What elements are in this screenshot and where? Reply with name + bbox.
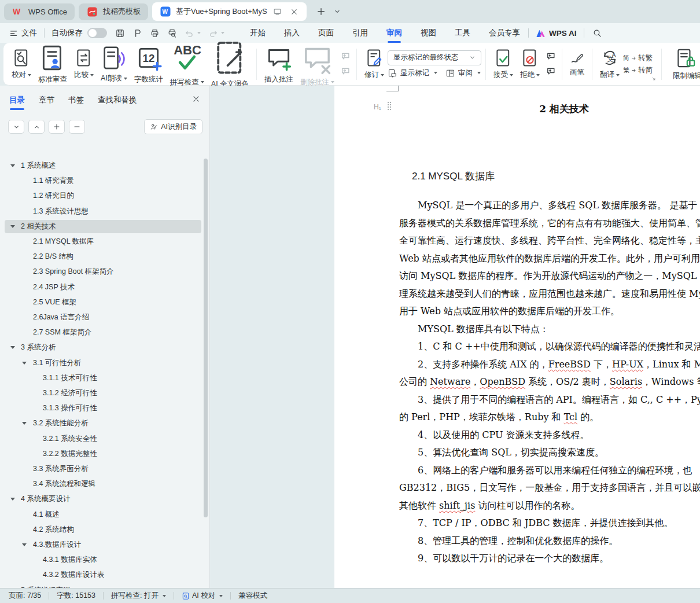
proofread-button[interactable]: 校对 — [8, 46, 35, 82]
ai-polish-button[interactable]: AI 全文润色 — [208, 37, 252, 90]
toc-item[interactable]: 4.1 概述 — [5, 508, 201, 521]
sidebar-close-icon[interactable] — [192, 95, 200, 103]
accept-button[interactable]: 接受 — [490, 46, 517, 82]
search-icon[interactable] — [592, 28, 602, 38]
document-line[interactable]: 6、网络上的客户端和服务器可以用来编程任何独立的编程环境，也 — [418, 465, 692, 477]
menu-tab-tools[interactable]: 工具 — [454, 25, 471, 41]
toc-item[interactable]: 2.6Java 语言介绍 — [5, 311, 201, 324]
simplified-to-traditional-button[interactable]: 简 转繁 — [623, 53, 653, 63]
tab-list-chevron-icon[interactable] — [331, 5, 344, 18]
sidebar-scrollbar[interactable] — [204, 159, 208, 517]
save-icon[interactable] — [115, 28, 125, 38]
tab-docer[interactable]: 找稻壳模板 — [79, 3, 148, 20]
spell-check-status[interactable]: 拼写检查: 打开 — [111, 591, 166, 601]
document-line[interactable]: 理系统越来越受到人们的青睐，应用范围也越来越广。速度和易用性使 MySQ — [399, 288, 700, 301]
document-line[interactable]: 服务器模式的关系数据库管理系统，它的有点有有功能强大、使用简单、管理 — [399, 218, 700, 230]
menu-tab-view[interactable]: 视图 — [419, 25, 437, 41]
new-tab-icon[interactable] — [315, 5, 327, 18]
expand-all-button[interactable] — [28, 120, 45, 134]
toc-item[interactable]: 3.2.2 数据完整性 — [5, 447, 201, 461]
document-line[interactable]: MySQL 是一个真正的多用户、多线程 SQL 数据库服务器。 是基于 SQ — [418, 200, 700, 212]
collapse-arrow-icon[interactable] — [10, 346, 15, 349]
document-line[interactable]: 全可靠性高、运行速度快、多线程、跨平台性、完全网络化、稳定性等，主 — [399, 235, 700, 248]
toc-item[interactable]: 3.1.3 操作可行性 — [5, 402, 201, 415]
export-pdf-icon[interactable] — [132, 28, 142, 38]
pen-button[interactable]: 画笔 — [566, 49, 588, 79]
toc-item[interactable]: 2.7 SSM 框架简介 — [5, 326, 201, 339]
traditional-to-simplified-button[interactable]: 繁 转简 — [623, 65, 653, 75]
menu-tab-review[interactable]: 审阅 — [385, 25, 403, 41]
toc-item[interactable]: 2.4 JSP 技术 — [5, 281, 201, 294]
collapse-arrow-icon[interactable] — [22, 543, 27, 546]
document-line[interactable]: 4、以及使用的 CPU 资源来支持多线程。 — [418, 429, 590, 442]
toc-item[interactable]: 2.5 VUE 框架 — [5, 296, 201, 309]
toc-item[interactable]: 2.3 Spring Boot 框架简介 — [5, 265, 201, 278]
document-line[interactable]: 公司的 Netware，OpenBSD 系统，OS/2 裏时，Solaris，W… — [399, 376, 700, 389]
previous-change-icon[interactable] — [545, 51, 556, 62]
toc-item[interactable]: 1.1 研究背景 — [5, 174, 201, 187]
restrict-editing-button[interactable]: 限制编辑 — [666, 46, 700, 83]
toc-item[interactable]: 1.2 研究目的 — [5, 189, 201, 203]
menu-tab-insert[interactable]: 插入 — [283, 25, 301, 41]
word-count-indicator[interactable]: 字数: 15153 — [57, 591, 95, 601]
spell-check-button[interactable]: ABC 拼写检查 — [167, 39, 208, 89]
wps-ai-button[interactable]: WPS AI — [536, 29, 577, 38]
collapse-arrow-icon[interactable] — [10, 225, 15, 228]
sidebar-tab-chapter[interactable]: 章节 — [39, 95, 54, 110]
toc-item[interactable]: 2 相关技术 — [5, 220, 201, 233]
document-line[interactable]: GB2312，BIG5，日文写作，一般基金，用于支持多国语言，并且可以嵌入到 — [399, 482, 700, 495]
toc-item[interactable]: 3.1 可行性分析 — [5, 356, 201, 370]
zoom-out-level-button[interactable] — [69, 120, 85, 134]
toc-item[interactable]: 3.1.1 技术可行性 — [5, 372, 201, 385]
track-changes-button[interactable]: 修订 — [361, 46, 388, 82]
show-markup-button[interactable]: 显示标记 — [388, 68, 437, 78]
document-line[interactable]: 其他软件 shift_jis 访问柱可以用作的名称。 — [399, 500, 580, 513]
document-line[interactable]: 2、支持多种操作系统 AIX 的，FreeBSD 下，HP-UX，Linux 和… — [418, 359, 700, 372]
sidebar-tab-find[interactable]: 查找和替换 — [98, 95, 137, 110]
close-tab-icon[interactable] — [288, 5, 301, 18]
collapse-arrow-icon[interactable] — [10, 498, 15, 501]
word-count-button[interactable]: 12 字数统计 — [131, 42, 167, 86]
standard-review-button[interactable]: 标准审查 — [35, 42, 71, 86]
toc-item[interactable]: 1 系统概述 — [5, 159, 201, 172]
next-change-icon[interactable] — [545, 66, 556, 77]
ai-proofread-status[interactable]: AI 校对 — [182, 591, 223, 601]
document-section-heading[interactable]: 2.1 MYSQL 数据库 — [412, 170, 495, 183]
document-line[interactable]: 用于 Web 站点或应用软件的数据库后端的开发工作。 — [399, 306, 620, 318]
print-icon[interactable] — [150, 28, 160, 38]
toc-item[interactable]: 4 系统概要设计 — [5, 492, 201, 506]
document-line[interactable]: 3、提供了用于不同的编程语言的 API。编程语言，如 C,, C ++，Pyth… — [418, 394, 700, 407]
document-line[interactable]: 9、可以数以千万计的记录在一个大的数据库。 — [418, 553, 609, 565]
toc-item[interactable]: 3.2.1 系统安全性 — [5, 432, 201, 446]
review-pane-button[interactable]: 审阅 — [445, 68, 481, 78]
toc-item[interactable]: 3.1.2 经济可行性 — [5, 387, 201, 400]
tab-wps-home[interactable]: W WPS Office — [4, 3, 75, 20]
toc-item[interactable]: 2.2 B/S 结构 — [5, 250, 201, 263]
toc-item[interactable]: 1.3 系统设计思想 — [5, 205, 201, 218]
document-line[interactable]: Web 站点或者其他应用软件的数据库后端的开发工作。此外，用户可利用许多 — [399, 253, 700, 266]
collapse-arrow-icon[interactable] — [10, 164, 15, 167]
ai-recognize-toc-button[interactable]: AI识别目录 — [144, 119, 202, 134]
expand-group-icon[interactable] — [651, 76, 656, 82]
translate-button[interactable]: 文A 翻译 — [596, 46, 623, 82]
page-indicator[interactable]: 页面: 7/35 — [9, 591, 41, 601]
autosave-toggle[interactable] — [87, 28, 107, 38]
collapse-arrow-icon[interactable] — [22, 422, 27, 425]
document-line[interactable]: 访问 MySQL 数据库的程序。作为开放源代码运动的产物之一，MySQL 关系 — [399, 270, 700, 283]
toc-item[interactable]: 4.2 系统结构 — [5, 523, 201, 536]
document-line[interactable]: 8、管理工具的管理，控制和优化数据库的操作。 — [418, 535, 618, 548]
markup-state-select[interactable]: 显示标记的最终状态 — [388, 50, 481, 65]
document-line[interactable]: 7、TCP / IP，ODBC 和 JDBC 数据库，并提供连接到其他。 — [418, 517, 673, 530]
toc-item[interactable]: 5 系统详细实现 — [5, 584, 201, 588]
toc-item[interactable]: 3.2 系统性能分析 — [5, 417, 201, 430]
file-menu[interactable]: 文件 — [9, 28, 37, 38]
toc-item[interactable]: 3 系统分析 — [5, 341, 201, 354]
toc-item[interactable]: 4.3.1 数据库实体 — [5, 553, 201, 567]
menu-tab-member[interactable]: 会员专享 — [488, 25, 521, 41]
menu-tab-cite[interactable]: 引用 — [351, 25, 369, 41]
toc-item[interactable]: 3.4 系统流程和逻辑 — [5, 477, 201, 491]
ai-read-aloud-button[interactable]: AI朗读 — [97, 43, 131, 85]
menu-tab-page[interactable]: 页面 — [317, 25, 335, 41]
document-chapter-title[interactable]: 2 相关技术 — [334, 102, 700, 116]
toc-item[interactable]: 2.1 MYSQL 数据库 — [5, 235, 201, 248]
